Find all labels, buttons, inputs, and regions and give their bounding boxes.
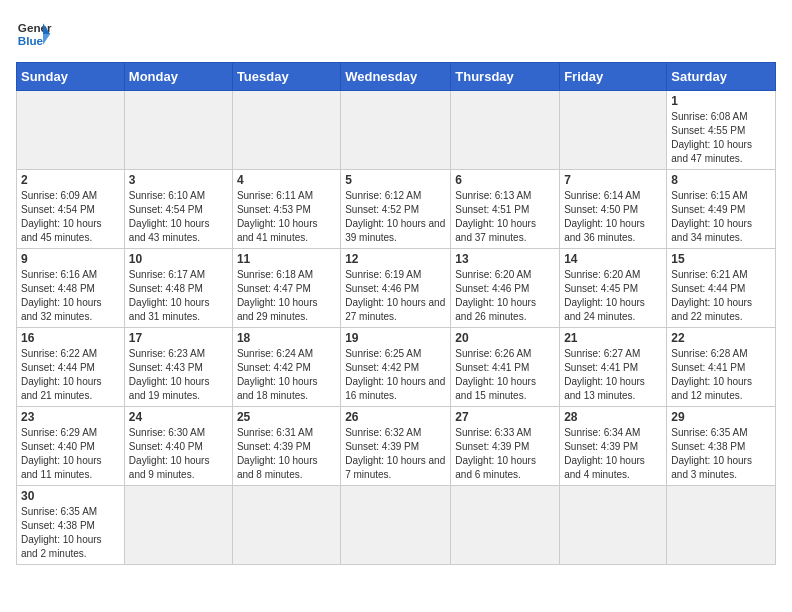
calendar-cell [667, 486, 776, 565]
page-header: General Blue [16, 16, 776, 52]
day-number: 9 [21, 252, 120, 266]
day-number: 20 [455, 331, 555, 345]
calendar-cell: 18Sunrise: 6:24 AM Sunset: 4:42 PM Dayli… [232, 328, 340, 407]
day-info: Sunrise: 6:35 AM Sunset: 4:38 PM Dayligh… [21, 505, 120, 561]
day-number: 2 [21, 173, 120, 187]
day-number: 28 [564, 410, 662, 424]
day-number: 10 [129, 252, 228, 266]
day-info: Sunrise: 6:32 AM Sunset: 4:39 PM Dayligh… [345, 426, 446, 482]
calendar-cell: 7Sunrise: 6:14 AM Sunset: 4:50 PM Daylig… [560, 170, 667, 249]
calendar-cell: 27Sunrise: 6:33 AM Sunset: 4:39 PM Dayli… [451, 407, 560, 486]
calendar-cell [341, 486, 451, 565]
svg-text:Blue: Blue [18, 34, 44, 47]
day-number: 27 [455, 410, 555, 424]
calendar-cell: 26Sunrise: 6:32 AM Sunset: 4:39 PM Dayli… [341, 407, 451, 486]
day-info: Sunrise: 6:24 AM Sunset: 4:42 PM Dayligh… [237, 347, 336, 403]
day-info: Sunrise: 6:11 AM Sunset: 4:53 PM Dayligh… [237, 189, 336, 245]
day-info: Sunrise: 6:21 AM Sunset: 4:44 PM Dayligh… [671, 268, 771, 324]
week-row-2: 2Sunrise: 6:09 AM Sunset: 4:54 PM Daylig… [17, 170, 776, 249]
week-row-5: 23Sunrise: 6:29 AM Sunset: 4:40 PM Dayli… [17, 407, 776, 486]
calendar-cell: 9Sunrise: 6:16 AM Sunset: 4:48 PM Daylig… [17, 249, 125, 328]
calendar-cell: 2Sunrise: 6:09 AM Sunset: 4:54 PM Daylig… [17, 170, 125, 249]
weekday-header-saturday: Saturday [667, 63, 776, 91]
weekday-header-wednesday: Wednesday [341, 63, 451, 91]
calendar-cell: 4Sunrise: 6:11 AM Sunset: 4:53 PM Daylig… [232, 170, 340, 249]
day-number: 23 [21, 410, 120, 424]
day-number: 3 [129, 173, 228, 187]
day-info: Sunrise: 6:10 AM Sunset: 4:54 PM Dayligh… [129, 189, 228, 245]
calendar-table: SundayMondayTuesdayWednesdayThursdayFrid… [16, 62, 776, 565]
day-info: Sunrise: 6:12 AM Sunset: 4:52 PM Dayligh… [345, 189, 446, 245]
day-info: Sunrise: 6:29 AM Sunset: 4:40 PM Dayligh… [21, 426, 120, 482]
calendar-cell: 20Sunrise: 6:26 AM Sunset: 4:41 PM Dayli… [451, 328, 560, 407]
calendar-cell: 6Sunrise: 6:13 AM Sunset: 4:51 PM Daylig… [451, 170, 560, 249]
calendar-cell [341, 91, 451, 170]
week-row-4: 16Sunrise: 6:22 AM Sunset: 4:44 PM Dayli… [17, 328, 776, 407]
day-number: 24 [129, 410, 228, 424]
calendar-cell: 29Sunrise: 6:35 AM Sunset: 4:38 PM Dayli… [667, 407, 776, 486]
week-row-3: 9Sunrise: 6:16 AM Sunset: 4:48 PM Daylig… [17, 249, 776, 328]
calendar-cell: 22Sunrise: 6:28 AM Sunset: 4:41 PM Dayli… [667, 328, 776, 407]
day-number: 12 [345, 252, 446, 266]
calendar-cell: 28Sunrise: 6:34 AM Sunset: 4:39 PM Dayli… [560, 407, 667, 486]
calendar-cell [560, 486, 667, 565]
calendar-cell: 15Sunrise: 6:21 AM Sunset: 4:44 PM Dayli… [667, 249, 776, 328]
day-number: 6 [455, 173, 555, 187]
day-info: Sunrise: 6:28 AM Sunset: 4:41 PM Dayligh… [671, 347, 771, 403]
calendar-cell: 5Sunrise: 6:12 AM Sunset: 4:52 PM Daylig… [341, 170, 451, 249]
day-number: 19 [345, 331, 446, 345]
day-number: 8 [671, 173, 771, 187]
calendar-cell [232, 486, 340, 565]
day-info: Sunrise: 6:13 AM Sunset: 4:51 PM Dayligh… [455, 189, 555, 245]
calendar-cell: 25Sunrise: 6:31 AM Sunset: 4:39 PM Dayli… [232, 407, 340, 486]
calendar-cell: 1Sunrise: 6:08 AM Sunset: 4:55 PM Daylig… [667, 91, 776, 170]
day-number: 29 [671, 410, 771, 424]
day-info: Sunrise: 6:20 AM Sunset: 4:45 PM Dayligh… [564, 268, 662, 324]
calendar-cell: 11Sunrise: 6:18 AM Sunset: 4:47 PM Dayli… [232, 249, 340, 328]
calendar-cell: 12Sunrise: 6:19 AM Sunset: 4:46 PM Dayli… [341, 249, 451, 328]
day-info: Sunrise: 6:17 AM Sunset: 4:48 PM Dayligh… [129, 268, 228, 324]
day-info: Sunrise: 6:35 AM Sunset: 4:38 PM Dayligh… [671, 426, 771, 482]
day-info: Sunrise: 6:23 AM Sunset: 4:43 PM Dayligh… [129, 347, 228, 403]
calendar-cell [17, 91, 125, 170]
calendar-cell: 14Sunrise: 6:20 AM Sunset: 4:45 PM Dayli… [560, 249, 667, 328]
day-number: 7 [564, 173, 662, 187]
day-number: 5 [345, 173, 446, 187]
day-info: Sunrise: 6:33 AM Sunset: 4:39 PM Dayligh… [455, 426, 555, 482]
weekday-header-sunday: Sunday [17, 63, 125, 91]
calendar-cell: 8Sunrise: 6:15 AM Sunset: 4:49 PM Daylig… [667, 170, 776, 249]
day-info: Sunrise: 6:08 AM Sunset: 4:55 PM Dayligh… [671, 110, 771, 166]
calendar-cell: 3Sunrise: 6:10 AM Sunset: 4:54 PM Daylig… [124, 170, 232, 249]
day-info: Sunrise: 6:27 AM Sunset: 4:41 PM Dayligh… [564, 347, 662, 403]
calendar-cell [451, 91, 560, 170]
calendar-cell: 10Sunrise: 6:17 AM Sunset: 4:48 PM Dayli… [124, 249, 232, 328]
day-info: Sunrise: 6:14 AM Sunset: 4:50 PM Dayligh… [564, 189, 662, 245]
day-info: Sunrise: 6:09 AM Sunset: 4:54 PM Dayligh… [21, 189, 120, 245]
day-info: Sunrise: 6:26 AM Sunset: 4:41 PM Dayligh… [455, 347, 555, 403]
day-info: Sunrise: 6:22 AM Sunset: 4:44 PM Dayligh… [21, 347, 120, 403]
calendar-cell [124, 91, 232, 170]
calendar-cell: 24Sunrise: 6:30 AM Sunset: 4:40 PM Dayli… [124, 407, 232, 486]
svg-marker-3 [43, 34, 50, 45]
calendar-cell: 21Sunrise: 6:27 AM Sunset: 4:41 PM Dayli… [560, 328, 667, 407]
day-number: 15 [671, 252, 771, 266]
day-info: Sunrise: 6:18 AM Sunset: 4:47 PM Dayligh… [237, 268, 336, 324]
week-row-6: 30Sunrise: 6:35 AM Sunset: 4:38 PM Dayli… [17, 486, 776, 565]
day-info: Sunrise: 6:25 AM Sunset: 4:42 PM Dayligh… [345, 347, 446, 403]
weekday-header-tuesday: Tuesday [232, 63, 340, 91]
calendar-cell [232, 91, 340, 170]
day-number: 25 [237, 410, 336, 424]
day-number: 30 [21, 489, 120, 503]
calendar-cell: 23Sunrise: 6:29 AM Sunset: 4:40 PM Dayli… [17, 407, 125, 486]
day-info: Sunrise: 6:15 AM Sunset: 4:49 PM Dayligh… [671, 189, 771, 245]
day-info: Sunrise: 6:16 AM Sunset: 4:48 PM Dayligh… [21, 268, 120, 324]
day-number: 26 [345, 410, 446, 424]
calendar-cell [560, 91, 667, 170]
day-number: 1 [671, 94, 771, 108]
day-info: Sunrise: 6:20 AM Sunset: 4:46 PM Dayligh… [455, 268, 555, 324]
weekday-header-friday: Friday [560, 63, 667, 91]
calendar-cell: 19Sunrise: 6:25 AM Sunset: 4:42 PM Dayli… [341, 328, 451, 407]
day-number: 22 [671, 331, 771, 345]
day-number: 21 [564, 331, 662, 345]
day-number: 18 [237, 331, 336, 345]
